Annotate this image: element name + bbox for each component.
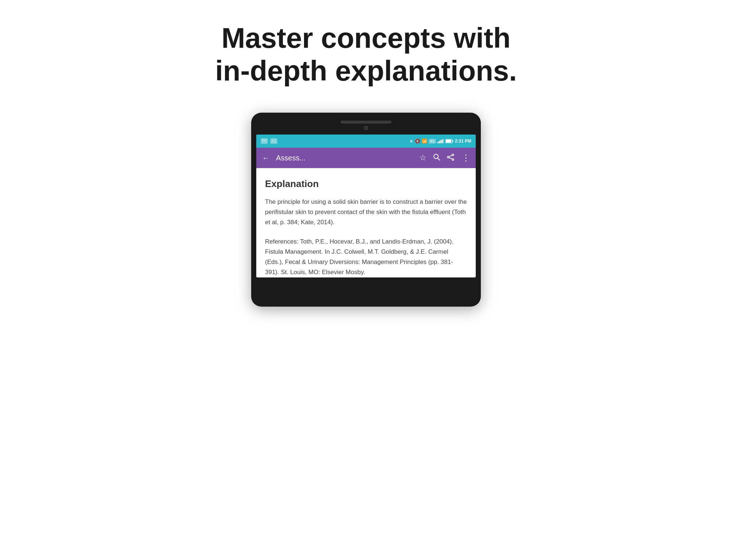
svg-rect-1	[272, 139, 276, 143]
content-area: Explanation The principle for using a so…	[256, 168, 476, 277]
app-bar-title: Assess...	[276, 154, 413, 162]
image-icon	[270, 138, 277, 144]
mail-icon	[261, 138, 268, 144]
lte-badge: 4G	[429, 139, 436, 144]
svg-line-12	[438, 158, 440, 160]
signal-bars-icon	[437, 139, 444, 143]
svg-rect-7	[443, 139, 444, 143]
page-headline: Master concepts with in-depth explanatio…	[215, 22, 517, 87]
more-button[interactable]: ⋮	[462, 153, 470, 163]
svg-point-13	[452, 154, 454, 156]
share-button[interactable]	[447, 153, 455, 163]
status-bar-right: ✳ 🔇 📶 4G 2:31 PM	[409, 139, 471, 144]
bluetooth-icon: ✳	[409, 139, 413, 144]
explanation-paragraph: The principle for using a solid skin bar…	[265, 197, 467, 228]
svg-point-15	[447, 156, 449, 158]
svg-rect-3	[437, 142, 439, 143]
svg-rect-5	[440, 140, 441, 143]
back-button[interactable]: ←	[262, 154, 269, 162]
svg-rect-4	[439, 141, 440, 143]
headline-line2: in-depth explanations.	[215, 55, 517, 87]
svg-point-14	[452, 159, 454, 160]
tablet-screen: ✳ 🔇 📶 4G 2:31 PM	[256, 135, 476, 277]
time-display: 2:31 PM	[455, 139, 471, 144]
search-button[interactable]	[433, 153, 440, 163]
mute-icon: 🔇	[415, 139, 420, 144]
wifi-icon: 📶	[422, 139, 427, 144]
tablet-device: ✳ 🔇 📶 4G 2:31 PM	[251, 113, 481, 306]
headline-line1: Master concepts with	[221, 22, 510, 54]
status-bar: ✳ 🔇 📶 4G 2:31 PM	[256, 135, 476, 148]
bookmark-button[interactable]: ☆	[419, 153, 427, 163]
battery-icon	[445, 139, 453, 143]
status-bar-left	[261, 138, 277, 144]
section-title: Explanation	[265, 178, 467, 190]
svg-rect-10	[452, 140, 453, 142]
svg-rect-6	[442, 139, 443, 143]
svg-rect-9	[446, 140, 451, 143]
camera	[364, 126, 368, 130]
svg-line-16	[449, 155, 452, 157]
references-paragraph: References: Toth, P.E., Hocevar, B.J., a…	[265, 237, 467, 277]
svg-line-17	[449, 158, 452, 159]
app-bar: ← Assess... ☆ ⋮	[256, 148, 476, 168]
svg-point-11	[434, 154, 438, 159]
